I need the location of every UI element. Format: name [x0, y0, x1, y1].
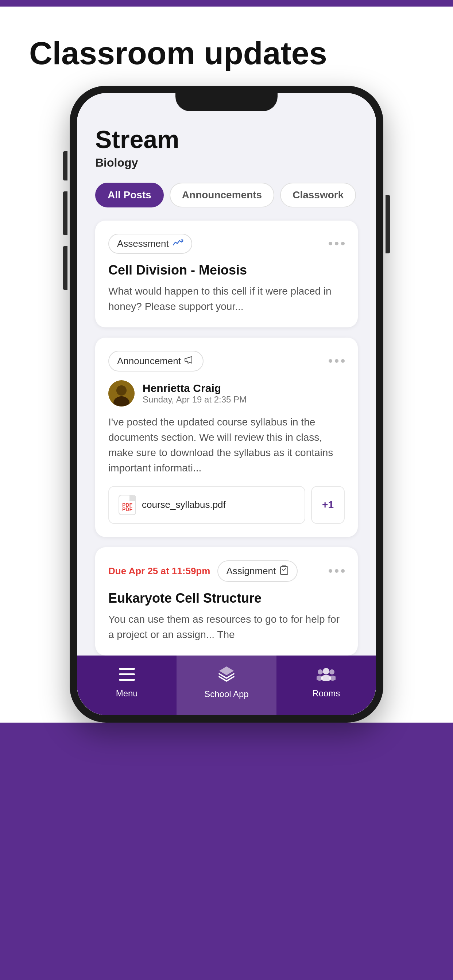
announcement-tag-label: Announcement [117, 355, 181, 367]
due-label: Due Apr 25 at 11:59pm [108, 565, 210, 577]
tag-label: Assessment [117, 238, 169, 250]
assignment-body: You can use them as resources to go to f… [108, 612, 345, 643]
dot-3 [341, 359, 345, 363]
bottom-nav: Menu School App [77, 655, 376, 715]
pdf-icon: PDF [118, 495, 136, 515]
assessment-card: Assessment [95, 221, 358, 328]
announcement-top-row: Announcement [108, 351, 345, 372]
app-content: Stream Biology All Posts Announcements [77, 111, 376, 655]
assessment-tag: Assessment [108, 234, 192, 254]
assignment-top-row: Due Apr 25 at 11:59pm Assignment [108, 560, 345, 582]
dot-3 [341, 242, 345, 245]
pdf-label: PDF [122, 502, 132, 508]
svg-rect-7 [119, 679, 135, 681]
clipboard-icon [279, 565, 289, 578]
author-name: Henrietta Craig [143, 382, 247, 395]
announcement-more-menu[interactable] [329, 359, 345, 363]
nav-item-school-app[interactable]: School App [177, 655, 276, 715]
assessment-title: Cell Division - Meiosis [108, 262, 345, 278]
svg-point-1 [116, 385, 126, 396]
dot-2 [335, 242, 338, 245]
assessment-more-menu[interactable] [329, 242, 345, 245]
tab-announcements[interactable]: Announcements [170, 183, 274, 207]
pdf-icon-corner [129, 495, 135, 501]
stream-subtitle: Biology [95, 156, 358, 170]
author-date: Sunday, Apr 19 at 2:35 PM [143, 395, 247, 405]
dot-1 [329, 359, 332, 363]
phone-side-btn-1 [63, 151, 67, 180]
phone-outer: Stream Biology All Posts Announcements [70, 86, 383, 722]
announcement-tag: Announcement [108, 351, 204, 372]
phone-side-btn-2 [63, 191, 67, 235]
assignment-more-menu[interactable] [329, 569, 345, 573]
extra-attachments-chip[interactable]: +1 [311, 486, 345, 524]
svg-rect-4 [281, 566, 288, 574]
author-info: Henrietta Craig Sunday, Apr 19 at 2:35 P… [143, 382, 247, 405]
phone-wrapper: Stream Biology All Posts Announcements [0, 86, 453, 722]
assignment-tag: Assignment [217, 560, 298, 582]
nav-label-rooms: Rooms [312, 688, 340, 698]
svg-rect-5 [119, 668, 135, 670]
svg-point-10 [318, 670, 323, 675]
megaphone-icon [185, 355, 195, 367]
app-screen: Stream Biology All Posts Announcements [77, 111, 376, 715]
author-row: Henrietta Craig Sunday, Apr 19 at 2:35 P… [108, 380, 345, 407]
dot-2 [335, 359, 338, 363]
top-status-bar [0, 0, 453, 6]
phone-notch [175, 93, 278, 111]
svg-point-12 [329, 670, 335, 675]
bottom-section [0, 722, 453, 980]
stream-title: Stream [95, 126, 358, 153]
assignment-title: Eukaryote Cell Structure [108, 590, 345, 606]
dot-1 [329, 569, 332, 573]
page-header: Classroom updates [0, 6, 453, 86]
avatar [108, 380, 135, 407]
nav-item-menu[interactable]: Menu [77, 655, 177, 715]
dot-1 [329, 242, 332, 245]
dot-3 [341, 569, 345, 573]
attachments-row: PDF course_syllabus.pdf +1 [108, 486, 345, 524]
page-title: Classroom updates [29, 36, 424, 71]
file-name: course_syllabus.pdf [142, 499, 226, 511]
nav-item-rooms[interactable]: Rooms [276, 655, 376, 715]
assignment-tags: Due Apr 25 at 11:59pm Assignment [108, 560, 298, 582]
assessment-icon [172, 239, 183, 249]
svg-rect-6 [119, 673, 135, 675]
announcement-card: Announcement [95, 337, 358, 537]
phone-side-btn-3 [63, 246, 67, 290]
assignment-tag-label: Assignment [226, 565, 276, 577]
nav-label-school-app: School App [204, 689, 248, 699]
layers-icon [218, 666, 235, 686]
phone-screen: Stream Biology All Posts Announcements [77, 93, 376, 715]
card-top-row: Assessment [108, 234, 345, 254]
svg-point-8 [323, 668, 329, 675]
tab-classwork[interactable]: Classwork [280, 183, 356, 207]
tab-all-posts[interactable]: All Posts [95, 183, 164, 207]
phone-frame: Stream Biology All Posts Announcements [70, 86, 383, 722]
hamburger-icon [119, 667, 135, 685]
tabs-row: All Posts Announcements Classwork [95, 183, 358, 207]
assessment-body: What would happen to this cell if it wer… [108, 284, 345, 314]
dot-2 [335, 569, 338, 573]
people-icon [317, 667, 335, 685]
nav-label-menu: Menu [116, 688, 138, 698]
file-attachment[interactable]: PDF course_syllabus.pdf [108, 486, 305, 524]
assignment-card: Due Apr 25 at 11:59pm Assignment [95, 547, 358, 655]
announcement-body: I've posted the updated course syllabus … [108, 415, 345, 476]
phone-power-btn [386, 195, 390, 253]
